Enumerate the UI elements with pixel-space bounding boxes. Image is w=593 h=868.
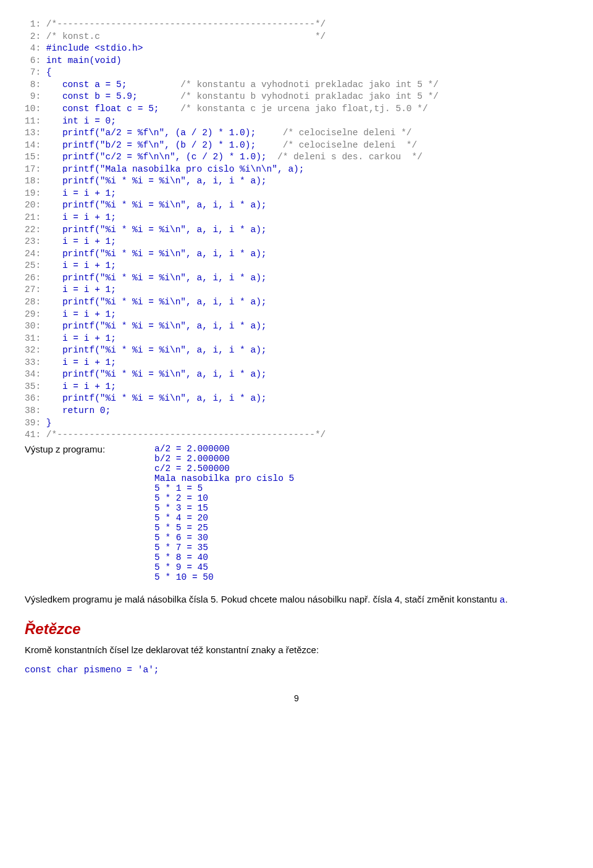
const-char-declaration: const char pismeno = 'a';	[25, 665, 568, 675]
source-code-listing: 1: /*-----------------------------------…	[25, 19, 568, 441]
result-text-pre: Výsledkem programu je malá násobilka čís…	[25, 594, 500, 604]
output-label: Výstup z programu:	[25, 444, 154, 454]
result-paragraph: Výsledkem programu je malá násobilka čís…	[25, 593, 568, 607]
section-heading-retezce: Řetězce	[25, 620, 568, 638]
result-text-post: .	[505, 594, 508, 604]
program-output-block: Výstup z programu: a/2 = 2.000000 b/2 = …	[25, 444, 568, 582]
constant-a-ref: a	[500, 595, 505, 606]
output-lines: a/2 = 2.000000 b/2 = 2.000000 c/2 = 2.50…	[154, 444, 294, 582]
strings-paragraph: Kromě konstantních čísel lze deklarovat …	[25, 644, 568, 656]
page-number: 9	[25, 693, 568, 703]
